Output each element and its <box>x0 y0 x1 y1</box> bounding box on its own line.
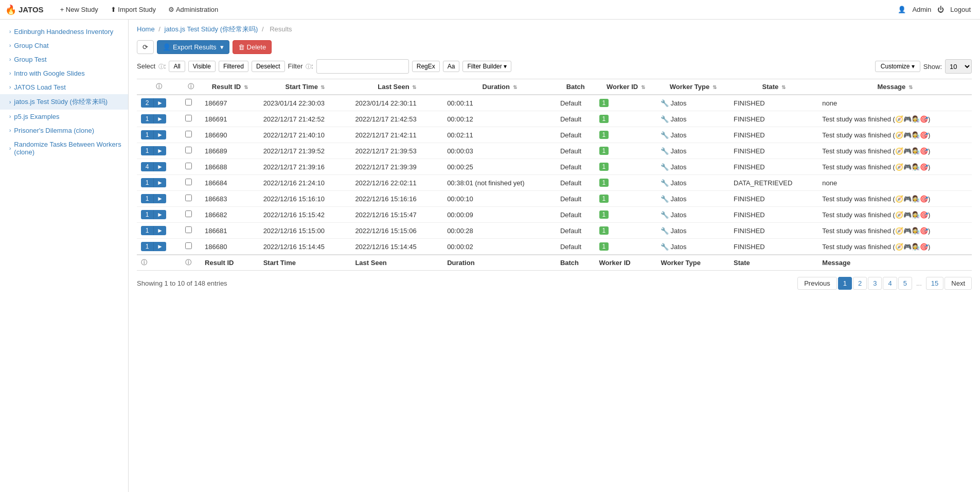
expand-button[interactable]: ► <box>153 130 166 139</box>
deselect-button[interactable]: Deselect <box>252 61 285 72</box>
next-button[interactable]: Next <box>945 277 972 290</box>
select-visible-button[interactable]: Visible <box>188 61 216 72</box>
filter-input[interactable] <box>316 59 409 74</box>
expand-button[interactable]: ► <box>153 242 166 251</box>
sidebar-item-group-test[interactable]: › Group Test <box>0 52 128 66</box>
result-count-button[interactable]: 1 <box>141 114 153 124</box>
customize-button[interactable]: Customize ▾ <box>875 61 920 72</box>
row-worker-type: 🔧Jatos <box>656 239 729 255</box>
col-state[interactable]: State ⇅ <box>729 79 818 95</box>
row-state: FINISHED <box>729 223 818 239</box>
worker-id-badge: 1 <box>599 131 609 139</box>
brand-icon: 🔥 <box>5 4 16 15</box>
result-count-button[interactable]: 1 <box>141 130 153 139</box>
row-worker-type: 🔧Jatos <box>656 95 729 111</box>
page-3-button[interactable]: 3 <box>868 277 882 290</box>
result-count-button[interactable]: 1 <box>141 242 153 251</box>
page-5-button[interactable]: 5 <box>898 277 912 290</box>
col-info1-icon[interactable]: ⓘ <box>156 83 162 90</box>
row-worker-id: 1 <box>595 159 657 175</box>
row-checkbox[interactable] <box>185 131 192 137</box>
logout-link[interactable]: Logout <box>946 6 975 13</box>
sidebar-item-edinburgh[interactable]: › Edinburgh Handedness Inventory <box>0 25 128 39</box>
refresh-button[interactable]: ⟳ <box>137 40 154 54</box>
sidebar-item-group-chat[interactable]: › Group Chat <box>0 39 128 52</box>
expand-button[interactable]: ► <box>153 194 166 203</box>
chevron-icon: › <box>9 114 11 119</box>
show-select[interactable]: 10 25 50 100 <box>945 59 972 74</box>
previous-button[interactable]: Previous <box>797 277 837 290</box>
row-checkbox[interactable] <box>185 147 192 153</box>
row-checkbox[interactable] <box>185 195 192 201</box>
sidebar-item-randomize-tasks[interactable]: › Randomize Tasks Between Workers (clone… <box>0 137 128 159</box>
select-filtered-button[interactable]: Filtered <box>219 61 248 72</box>
page-1-button[interactable]: 1 <box>838 277 852 290</box>
result-count-button[interactable]: 1 <box>141 146 153 155</box>
sidebar-item-p5js[interactable]: › p5.js Examples <box>0 110 128 124</box>
footer-worker-type: Worker Type <box>656 255 729 271</box>
page-15-button[interactable]: 15 <box>926 277 943 290</box>
table-row: 1 ► 186683 2022/12/16 15:16:10 2022/12/1… <box>137 191 972 207</box>
expand-button[interactable]: ► <box>153 210 166 219</box>
row-batch: Default <box>556 239 595 255</box>
row-duration: 00:00:09 <box>443 207 556 223</box>
breadcrumb-home[interactable]: Home <box>137 25 155 33</box>
result-count-button[interactable]: 1 <box>141 178 153 187</box>
select-all-button[interactable]: All <box>169 61 185 72</box>
worker-id-badge: 1 <box>599 210 609 219</box>
sidebar-item-intro-google[interactable]: › Intro with Google Slides <box>0 66 128 80</box>
sidebar-item-jatos-test-study[interactable]: › jatos.js Test Stüdy (你经常来吗) <box>0 94 128 110</box>
sidebar-item-jatos-load[interactable]: › JATOS Load Test <box>0 80 128 94</box>
filter-builder-caret: ▾ <box>504 63 507 70</box>
sidebar-item-prisoners-dilemma[interactable]: › Prisoner's Dilemma (clone) <box>0 124 128 137</box>
col-result-id[interactable]: Result ID ⇅ <box>201 79 259 95</box>
result-count-button[interactable]: 4 <box>141 162 153 171</box>
regex-button[interactable]: RegEx <box>412 61 440 72</box>
topnav-right: 👤 Admin ⏻ Logout <box>898 6 975 13</box>
export-results-button[interactable]: 👤 Export Results ▾ <box>157 40 229 54</box>
filter-builder-button[interactable]: Filter Builder ▾ <box>462 61 511 72</box>
expand-button[interactable]: ► <box>153 146 166 155</box>
footer-info2-icon[interactable]: ⓘ <box>185 259 191 266</box>
new-study-nav[interactable]: + New Study <box>54 0 104 20</box>
col-last-seen[interactable]: Last Seen ⇅ <box>351 79 443 95</box>
row-checkbox[interactable] <box>185 210 192 217</box>
expand-button[interactable]: ► <box>153 178 166 187</box>
footer-info1-icon[interactable]: ⓘ <box>141 259 147 266</box>
row-checkbox[interactable] <box>185 115 192 121</box>
administration-nav[interactable]: ⚙ Administration <box>162 0 224 20</box>
import-study-nav[interactable]: ⬆ Import Study <box>104 0 162 20</box>
col-duration[interactable]: Duration ⇅ <box>443 79 556 95</box>
row-batch: Default <box>556 175 595 191</box>
expand-button[interactable]: ► <box>153 114 166 124</box>
case-sensitive-button[interactable]: Aa <box>443 61 460 72</box>
col-start-time[interactable]: Start Time ⇅ <box>259 79 351 95</box>
col-worker-type[interactable]: Worker Type ⇅ <box>656 79 729 95</box>
expand-button[interactable]: ► <box>153 226 166 235</box>
page-4-button[interactable]: 4 <box>883 277 897 290</box>
row-checkbox[interactable] <box>185 99 192 106</box>
row-checkbox[interactable] <box>185 179 192 185</box>
chevron-icon: › <box>9 84 11 90</box>
expand-button[interactable]: ► <box>153 98 166 108</box>
row-checkbox[interactable] <box>185 163 192 169</box>
expand-button[interactable]: ► <box>153 162 166 171</box>
row-message: none <box>818 175 972 191</box>
col-message[interactable]: Message ⇅ <box>818 79 972 95</box>
result-count-button[interactable]: 1 <box>141 226 153 235</box>
row-checkbox[interactable] <box>185 242 192 249</box>
col-info2-icon[interactable]: ⓘ <box>188 83 194 90</box>
row-state: DATA_RETRIEVED <box>729 175 818 191</box>
worker-id-badge: 1 <box>599 195 609 203</box>
page-2-button[interactable]: 2 <box>853 277 867 290</box>
delete-button[interactable]: 🗑 Delete <box>233 40 272 54</box>
breadcrumb-study[interactable]: jatos.js Test Stüdy (你经常来吗) <box>165 25 258 33</box>
footer-state: State <box>729 255 818 271</box>
select-info-icon: ⓘ <box>158 63 164 69</box>
result-count-button[interactable]: 1 <box>141 194 153 203</box>
result-count-button[interactable]: 1 <box>141 210 153 219</box>
col-worker-id[interactable]: Worker ID ⇅ <box>595 79 657 95</box>
row-checkbox[interactable] <box>185 226 192 233</box>
admin-link[interactable]: Admin <box>908 6 935 13</box>
result-count-button[interactable]: 2 <box>141 98 153 108</box>
